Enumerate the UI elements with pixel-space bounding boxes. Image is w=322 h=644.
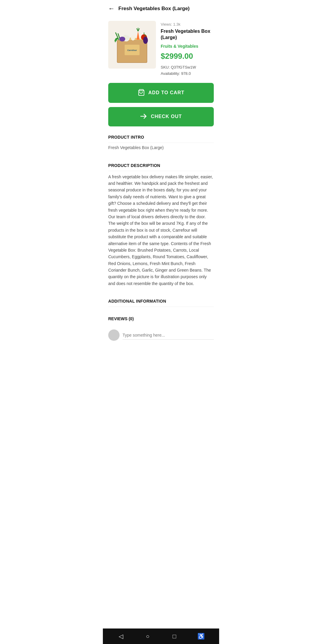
- svg-point-16: [119, 37, 125, 41]
- category-label: Fruits & Vegitables: [161, 44, 214, 49]
- divider-3: [108, 306, 214, 307]
- add-to-cart-label: ADD TO CART: [148, 90, 185, 95]
- add-to-cart-button[interactable]: ADD TO CART: [108, 83, 214, 103]
- product-name: Fresh Vegetables Box (Large): [161, 28, 214, 41]
- product-image-wrapper: Carrefour: [108, 21, 156, 69]
- header-title: Fresh Vegetables Box (Large): [118, 6, 190, 12]
- product-intro-text: Fresh Vegetables Box (Large): [108, 145, 214, 150]
- product-info: Views: 1.3k Fresh Vegetables Box (Large)…: [161, 21, 214, 76]
- product-description-section: PRODUCT DESCRIPTION A fresh vegetable bo…: [103, 160, 219, 295]
- product-description-title: PRODUCT DESCRIPTION: [108, 163, 214, 168]
- product-intro-title: PRODUCT INTRO: [108, 135, 214, 140]
- avatar: [108, 329, 120, 341]
- reviews-title: REVIEWS (0): [108, 316, 214, 321]
- divider-2: [108, 171, 214, 171]
- back-button[interactable]: ←: [108, 5, 115, 13]
- buttons-section: ADD TO CART CHECK OUT: [103, 78, 219, 131]
- svg-marker-8: [137, 31, 140, 40]
- sku-label: SKU: Q3TfGTSw1W: [161, 65, 214, 69]
- cart-icon: [138, 89, 144, 97]
- additional-info-section: ADDITIONAL INFORMATION: [103, 295, 219, 313]
- svg-point-19: [131, 35, 135, 41]
- additional-info-title: ADDITIONAL INFORMATION: [108, 299, 214, 304]
- check-out-label: CHECK OUT: [151, 114, 182, 119]
- product-section: Carrefour: [103, 16, 219, 78]
- reviews-section: REVIEWS (0): [103, 313, 219, 329]
- comment-input[interactable]: [123, 331, 214, 340]
- header: ← Fresh Vegetables Box (Large): [103, 0, 219, 16]
- product-intro-section: PRODUCT INTRO Fresh Vegetables Box (Larg…: [103, 131, 219, 160]
- views-label: Views: 1.3k: [161, 22, 214, 27]
- svg-point-17: [143, 37, 148, 44]
- comment-input-row: [103, 329, 219, 346]
- check-out-button[interactable]: CHECK OUT: [108, 107, 214, 126]
- price-label: $2999.00: [161, 52, 214, 61]
- svg-point-7: [125, 35, 129, 40]
- divider-1: [108, 143, 214, 143]
- product-image: Carrefour: [108, 21, 156, 69]
- product-description-text: A fresh vegetable box delivery makes lif…: [108, 174, 214, 287]
- arrow-right-icon: [140, 113, 147, 120]
- svg-text:Carrefour: Carrefour: [127, 49, 137, 51]
- availability-label: Availability: 978.0: [161, 71, 214, 76]
